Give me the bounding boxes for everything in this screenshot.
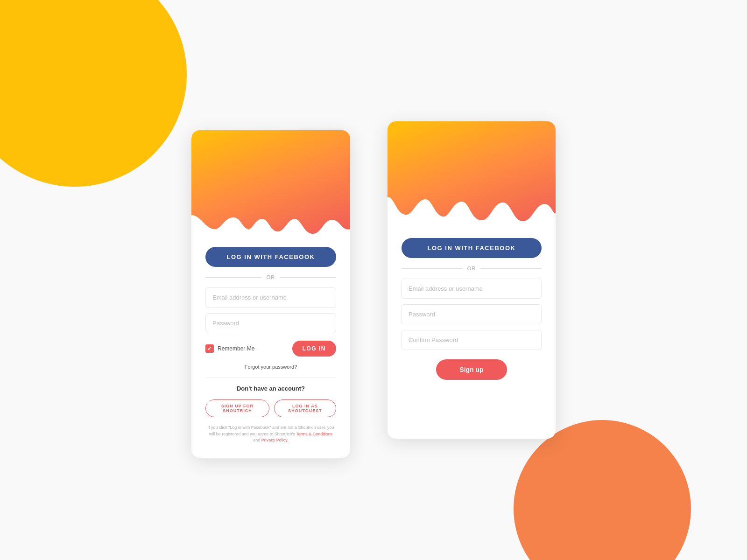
login-signup-shoutrich-button[interactable]: SIGN UP FOR SHOUTRICH <box>205 399 269 417</box>
login-password-input[interactable] <box>205 313 336 333</box>
login-or-line-left <box>205 277 262 278</box>
login-card-header <box>191 130 350 238</box>
signup-facebook-button[interactable]: LOG IN WITH FACEBOOK <box>402 238 542 258</box>
signup-drip-svg <box>388 188 556 230</box>
signup-or-line-right <box>480 268 542 269</box>
signup-confirm-password-input[interactable] <box>402 330 542 350</box>
login-or-text: OR <box>267 274 275 280</box>
signup-submit-button[interactable]: Sign up <box>436 359 507 380</box>
signup-or-text: OR <box>467 266 476 271</box>
login-drip-svg <box>191 201 350 238</box>
login-legal-text: If you click "Log in with Facebook" and … <box>205 425 336 444</box>
login-or-divider: OR <box>205 274 336 280</box>
login-remember-left: Remember Me <box>205 344 254 353</box>
login-no-account-text: Don't have an account? <box>205 385 336 392</box>
login-divider <box>205 377 336 378</box>
login-email-input[interactable] <box>205 287 336 308</box>
login-remember-row: Remember Me LOG IN <box>205 341 336 357</box>
login-facebook-button[interactable]: LOG IN WITH FACEBOOK <box>205 247 336 267</box>
signup-card-body: LOG IN WITH FACEBOOK OR Sign up <box>388 229 556 394</box>
login-terms-link[interactable]: Terms & Conditions <box>296 432 332 436</box>
signup-password-input[interactable] <box>402 304 542 324</box>
login-forgot-link[interactable]: Forgot your password? <box>205 364 336 370</box>
login-card: LOG IN WITH FACEBOOK OR Remember Me LOG … <box>191 130 350 458</box>
signup-or-line-left <box>402 268 463 269</box>
login-card-body: LOG IN WITH FACEBOOK OR Remember Me LOG … <box>191 238 350 458</box>
login-as-guest-button[interactable]: LOG IN AS SHOUTGUEST <box>274 399 336 417</box>
login-remember-checkbox[interactable] <box>205 344 214 353</box>
login-or-line-right <box>280 277 336 278</box>
cards-wrapper: LOG IN WITH FACEBOOK OR Remember Me LOG … <box>0 0 747 560</box>
login-privacy-link[interactable]: Privacy Policy <box>261 438 287 442</box>
signup-email-input[interactable] <box>402 279 542 299</box>
login-submit-button[interactable]: LOG IN <box>292 341 336 357</box>
signup-card-header <box>388 121 556 229</box>
login-outline-buttons-row: SIGN UP FOR SHOUTRICH LOG IN AS SHOUTGUE… <box>205 399 336 417</box>
login-remember-label: Remember Me <box>218 345 254 352</box>
signup-card: LOG IN WITH FACEBOOK OR Sign up <box>388 121 556 439</box>
signup-or-divider: OR <box>402 266 542 271</box>
